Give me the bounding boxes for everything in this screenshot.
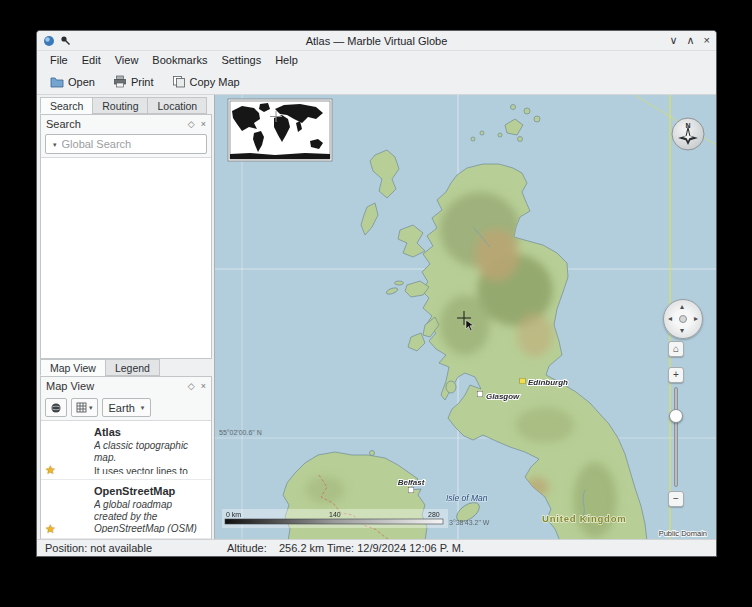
search-panel-title: Search	[46, 118, 81, 130]
scale-mid: 140	[329, 511, 341, 518]
tab-location[interactable]: Location	[147, 97, 207, 114]
float-panel-icon[interactable]: ◇	[188, 381, 195, 391]
city-label-glasgow: Glasgow	[486, 392, 520, 401]
status-altitude-value: 256.2 km	[279, 542, 324, 554]
label-united-kingdom: United Kingdom	[542, 513, 627, 524]
marble-window: Atlas — Marble Virtual Globe ∨ ∧ × File …	[36, 30, 717, 557]
home-button[interactable]: ⌂	[668, 341, 684, 357]
overview-map[interactable]	[228, 99, 332, 161]
zoom-out-button[interactable]: −	[668, 491, 684, 507]
scale-start: 0 km	[226, 511, 241, 518]
search-results-list[interactable]	[41, 157, 211, 358]
pan-center-dot[interactable]	[679, 315, 687, 323]
titlebar[interactable]: Atlas — Marble Virtual Globe ∨ ∧ ×	[37, 31, 716, 51]
theme-item-atlas[interactable]: ★ Atlas A classic topographic map. It us…	[41, 421, 211, 480]
city-label-edinburgh: Edinburgh	[528, 378, 568, 387]
pan-up-icon[interactable]: ▴	[680, 303, 684, 311]
zoom-slider-track[interactable]	[674, 387, 678, 487]
celestial-body-select[interactable]: Earth ▾	[102, 398, 152, 417]
attribution-label: Public Domain	[659, 529, 707, 538]
panel-tabs-bottom: Map View Legend	[40, 359, 160, 376]
search-mode-caret-icon[interactable]: ▾	[53, 141, 57, 148]
celestial-body-button[interactable]	[45, 398, 67, 417]
panel-tabs-top: Search Routing Location	[40, 97, 207, 114]
menu-file[interactable]: File	[43, 53, 75, 67]
compass-icon[interactable]: N	[672, 118, 704, 150]
menu-bookmarks[interactable]: Bookmarks	[145, 53, 214, 67]
grid-view-icon	[76, 402, 87, 413]
print-icon	[113, 75, 127, 88]
theme-description: It uses vector lines to mark coastlines,…	[94, 466, 205, 474]
scale-bar: 0 km 140 280	[222, 509, 448, 528]
latitude-label: 55°02'00.6" N	[219, 429, 262, 436]
window-title: Atlas — Marble Virtual Globe	[37, 35, 716, 47]
map-svg[interactable]: Glasgow Edinburgh Belfast Isle of Man Un…	[215, 95, 717, 541]
copy-map-button[interactable]: Copy Map	[165, 72, 247, 91]
float-panel-icon[interactable]: ◇	[188, 119, 195, 129]
menu-help[interactable]: Help	[268, 53, 305, 67]
close-icon[interactable]: ×	[704, 35, 710, 46]
tab-map-view[interactable]: Map View	[40, 359, 105, 376]
tab-routing[interactable]: Routing	[92, 97, 147, 114]
menubar: File Edit View Bookmarks Settings Help	[37, 51, 716, 69]
open-icon	[50, 75, 64, 88]
favorite-star-icon[interactable]: ★	[45, 523, 56, 535]
map-view-panel: Map View ◇ ×	[40, 376, 212, 541]
print-button[interactable]: Print	[106, 72, 161, 91]
label-isle-of-man: Isle of Man	[446, 493, 488, 503]
maximize-icon[interactable]: ∧	[687, 35, 695, 46]
toolbar: Open Print Copy Map	[37, 69, 716, 95]
zoom-slider-handle[interactable]	[669, 409, 683, 423]
longitude-label: 3°38'43.2" W	[449, 519, 490, 526]
theme-description: A global roadmap created by the OpenStre…	[94, 499, 205, 533]
sidebar: Search Routing Location Search ◇ ×	[37, 95, 214, 541]
status-altitude-label: Altitude:	[227, 542, 267, 554]
close-panel-icon[interactable]: ×	[201, 119, 206, 129]
pan-right-icon[interactable]: ▸	[694, 315, 698, 323]
status-position: Position: not available	[45, 542, 152, 554]
close-panel-icon[interactable]: ×	[201, 381, 206, 391]
theme-name: OpenStreetMap	[94, 485, 205, 498]
chevron-down-icon: ▾	[89, 404, 93, 411]
map-view-controls: ▾ Earth ▾	[41, 395, 211, 420]
scale-end: 280	[428, 511, 440, 518]
view-mode-button[interactable]: ▾	[71, 398, 98, 417]
screenshot-canvas: Atlas — Marble Virtual Globe ∨ ∧ × File …	[0, 0, 752, 607]
minimize-icon[interactable]: ∨	[669, 35, 677, 46]
pan-down-icon[interactable]: ▾	[680, 327, 684, 335]
search-panel: Search ◇ × ▾	[40, 114, 212, 359]
search-input-row: ▾	[45, 134, 207, 154]
menu-settings[interactable]: Settings	[214, 53, 268, 67]
zoom-in-button[interactable]: +	[668, 367, 684, 383]
city-label-belfast: Belfast	[398, 478, 425, 487]
theme-item-openstreetmap[interactable]: ★ OpenStreetMap A global roadmap created…	[41, 480, 211, 539]
search-input[interactable]	[60, 137, 206, 151]
menu-edit[interactable]: Edit	[75, 53, 108, 67]
menu-view[interactable]: View	[108, 53, 146, 67]
favorite-star-icon[interactable]: ★	[45, 464, 56, 476]
map-canvas[interactable]: Glasgow Edinburgh Belfast Isle of Man Un…	[214, 95, 717, 541]
pan-left-icon[interactable]: ◂	[668, 315, 672, 323]
theme-description: A classic topographic map.	[94, 440, 205, 464]
map-view-panel-title: Map View	[46, 380, 94, 392]
open-button[interactable]: Open	[43, 72, 102, 91]
status-time: Time: 12/9/2024 12:06 P. M.	[327, 542, 464, 554]
chevron-down-icon: ▾	[141, 404, 145, 411]
statusbar: Position: not available Altitude: 256.2 …	[37, 539, 716, 556]
planet-icon	[50, 402, 62, 414]
pan-control[interactable]: ▴ ▾ ◂ ▸	[663, 299, 703, 339]
map-theme-list: ★ Atlas A classic topographic map. It us…	[41, 420, 211, 540]
tab-search[interactable]: Search	[40, 97, 92, 114]
tab-legend[interactable]: Legend	[105, 359, 160, 376]
copy-icon	[172, 75, 186, 88]
theme-name: Atlas	[94, 426, 205, 439]
